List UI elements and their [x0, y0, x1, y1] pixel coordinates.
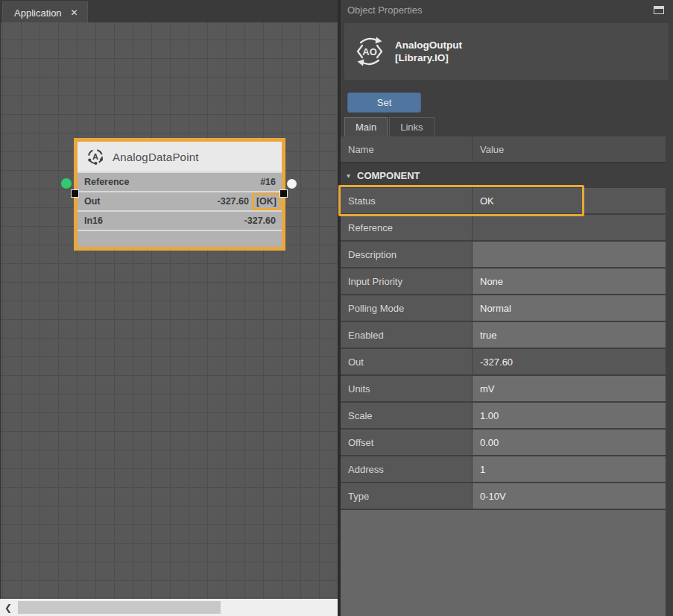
tab-main[interactable]: Main: [344, 117, 388, 136]
node-header[interactable]: A AnalogDataPoint: [78, 142, 282, 172]
slot-label: Out: [78, 196, 101, 207]
table-empty-area: [341, 510, 666, 616]
slot-value: -327.60: [218, 196, 252, 207]
property-name: Type: [341, 483, 472, 509]
property-row-status[interactable]: StatusOK: [341, 188, 666, 213]
property-name: Scale: [341, 403, 472, 428]
float-window-icon[interactable]: [654, 6, 664, 14]
node-row-out[interactable]: Out-327.60[OK]: [78, 192, 282, 210]
property-value[interactable]: 1.00: [473, 403, 666, 428]
selected-object-header: AO AnalogOutput [Library.IO]: [344, 23, 669, 80]
property-value[interactable]: Normal: [473, 295, 666, 321]
selection-handle-left[interactable]: [71, 189, 79, 198]
property-value[interactable]: 0.00: [473, 430, 666, 455]
property-row-enabled[interactable]: Enabledtrue: [341, 322, 666, 348]
tab-label: Application: [14, 7, 62, 19]
property-value[interactable]: true: [473, 322, 666, 348]
set-button[interactable]: Set: [347, 92, 421, 113]
slot-value: #16: [260, 177, 282, 187]
property-row-scale[interactable]: Scale1.00: [341, 403, 666, 428]
property-row-polling-mode[interactable]: Polling ModeNormal: [341, 295, 666, 321]
output-port-dot[interactable]: [287, 179, 297, 189]
tab-links[interactable]: Links: [389, 117, 434, 136]
column-header-value[interactable]: Value: [473, 136, 666, 163]
property-row-offset[interactable]: Offset0.00: [341, 430, 666, 455]
property-value[interactable]: OK: [473, 188, 666, 213]
property-name: Description: [341, 242, 472, 267]
canvas-pane: Application ✕ A AnalogDataPoint Referenc…: [0, 0, 338, 616]
property-name: Polling Mode: [341, 295, 472, 321]
close-icon[interactable]: ✕: [71, 7, 78, 18]
property-value[interactable]: [473, 242, 666, 267]
slot-label: Reference: [78, 177, 129, 187]
properties-tabs: Main Links: [344, 117, 435, 136]
property-value[interactable]: 0-10V: [473, 483, 666, 509]
wiresheet-canvas[interactable]: [0, 22, 338, 599]
object-name: AnalogOutput: [395, 39, 462, 51]
table-header: Name Value: [341, 136, 666, 163]
node-row-reference[interactable]: Reference#16: [78, 173, 282, 191]
property-row-units[interactable]: UnitsmV: [341, 376, 666, 401]
node-slot-rows: Reference#16Out-327.60[OK]In16-327.60: [78, 173, 282, 247]
node-body: A AnalogDataPoint Reference#16Out-327.60…: [78, 142, 282, 247]
property-row-input-priority[interactable]: Input PriorityNone: [341, 268, 666, 294]
analog-output-icon: AO: [354, 34, 385, 69]
svg-text:A: A: [92, 152, 98, 161]
property-name: Status: [341, 188, 472, 213]
panel-title: Object Properties: [347, 4, 422, 16]
property-row-type[interactable]: Type0-10V: [341, 483, 666, 509]
section-label: COMPONENT: [357, 170, 420, 181]
property-rows: StatusOKReferenceDescriptionInput Priori…: [341, 188, 666, 509]
object-properties-panel: Object Properties AO AnalogOutput [Libra…: [338, 0, 673, 616]
property-row-description[interactable]: Description: [341, 242, 666, 267]
property-value[interactable]: -327.60: [473, 349, 666, 374]
node-row-empty: [78, 231, 282, 247]
properties-titlebar: Object Properties: [341, 0, 673, 20]
property-row-out[interactable]: Out-327.60: [341, 349, 666, 374]
node-analogdatapoint[interactable]: A AnalogDataPoint Reference#16Out-327.60…: [74, 138, 285, 251]
scrollbar-thumb[interactable]: [18, 601, 221, 614]
property-name: Enabled: [341, 322, 472, 348]
property-name: Reference: [341, 215, 472, 240]
property-value[interactable]: [473, 215, 666, 240]
slot-value: -327.60: [244, 216, 282, 226]
scroll-left-arrow-icon[interactable]: ❮: [0, 599, 16, 616]
section-component[interactable]: ▾ COMPONENT: [341, 163, 666, 188]
property-row-address[interactable]: Address1: [341, 456, 666, 482]
selection-handle-right[interactable]: [279, 189, 288, 198]
column-header-name[interactable]: Name: [341, 136, 472, 163]
property-name: Input Priority: [341, 268, 472, 294]
property-name: Offset: [341, 430, 472, 455]
property-value[interactable]: mV: [473, 376, 666, 401]
status-ok-badge: [OK]: [252, 193, 281, 210]
canvas-tab-bar: Application ✕: [0, 0, 338, 24]
horizontal-scrollbar[interactable]: ❮: [0, 599, 338, 616]
property-name: Out: [341, 349, 472, 374]
property-name: Address: [341, 456, 472, 482]
property-value[interactable]: None: [473, 268, 666, 294]
object-library: [Library.IO]: [395, 51, 462, 64]
tab-application[interactable]: Application ✕: [2, 1, 88, 23]
property-row-reference[interactable]: Reference: [341, 215, 666, 240]
slot-label: In16: [78, 216, 103, 226]
svg-text:AO: AO: [362, 46, 377, 57]
collapse-arrow-icon[interactable]: ▾: [347, 172, 350, 180]
property-value[interactable]: 1: [473, 456, 666, 482]
node-row-in16[interactable]: In16-327.60: [78, 212, 282, 230]
node-title: AnalogDataPoint: [113, 151, 199, 163]
input-port-dot[interactable]: [61, 178, 72, 189]
property-name: Units: [341, 376, 472, 401]
analog-circle-icon: A: [86, 147, 105, 166]
